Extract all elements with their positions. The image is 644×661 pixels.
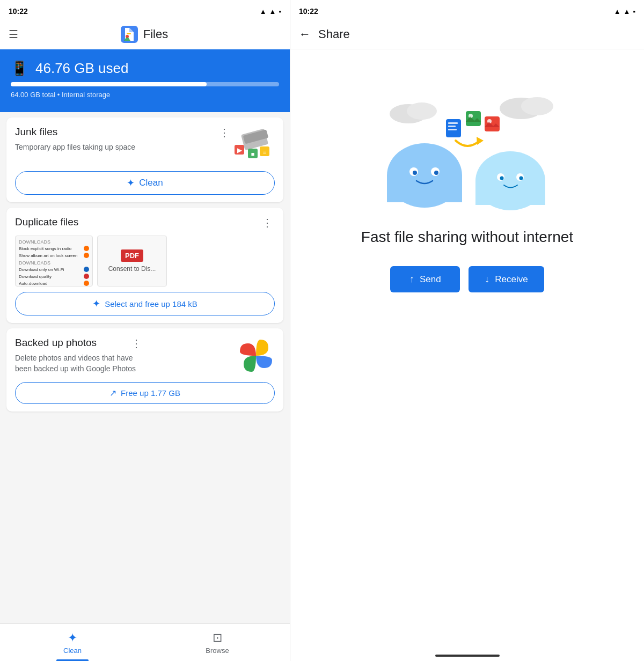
storage-progress-fill xyxy=(11,82,207,86)
toggle-dot-3 xyxy=(84,267,89,272)
external-link-icon: ↗ xyxy=(109,388,116,398)
photos-card-header: Backed up photos ⋮ xyxy=(15,337,144,350)
share-top-bar: ← Share xyxy=(290,19,644,49)
junk-svg: ▶ ■ ≡ xyxy=(232,126,275,164)
clean-nav-label: Clean xyxy=(63,647,82,655)
svg-rect-25 xyxy=(475,181,545,205)
dup-thumbnails: DOWNLOADS Block explicit songs in radio … xyxy=(15,236,275,287)
toggle-dot-1 xyxy=(84,246,89,251)
pdf-label: Consent to Dis... xyxy=(108,265,156,273)
settings-row-5: Auto-download xyxy=(19,281,89,286)
junk-files-card: Junk files ⋮ Temporary app files taking … xyxy=(6,117,283,202)
photos-text: Backed up photos ⋮ Delete photos and vid… xyxy=(15,337,144,374)
settings-row-1: Block explicit songs in radio xyxy=(19,246,89,251)
pdf-thumbnail: PDF Consent to Dis... xyxy=(97,236,167,287)
svg-point-22 xyxy=(413,171,417,175)
settings-label-2: DOWNLOADS xyxy=(19,260,89,266)
svg-rect-33 xyxy=(448,129,457,130)
storage-banner: 📱 46.76 GB used 64.00 GB total • Interna… xyxy=(0,49,290,112)
sparkle-icon: ✦ xyxy=(127,177,135,189)
settings-label: DOWNLOADS xyxy=(19,239,89,245)
dup-title: Duplicate files xyxy=(15,216,78,228)
select-free-button[interactable]: ✦ Select and free up 184 kB xyxy=(15,292,275,315)
junk-title: Junk files xyxy=(15,126,57,138)
select-sparkle-icon: ✦ xyxy=(92,298,100,310)
svg-point-17 xyxy=(521,97,553,115)
svg-point-28 xyxy=(500,177,503,180)
clean-button[interactable]: ✦ Clean xyxy=(15,171,275,195)
right-signal-icon: ▲ xyxy=(624,8,631,16)
toggle-dot-2 xyxy=(84,253,89,258)
dup-more-button[interactable]: ⋮ xyxy=(260,216,275,229)
free-up-button[interactable]: ↗ Free up 1.77 GB xyxy=(15,382,275,404)
send-button[interactable]: ↑ Send xyxy=(390,266,460,292)
receive-button[interactable]: ↓ Receive xyxy=(469,266,544,292)
left-time: 10:22 xyxy=(9,7,28,16)
left-panel: 10:22 ▲ ▲ ▪ ☰ Files 📱 46.76 GB used xyxy=(0,0,290,661)
svg-rect-19 xyxy=(387,175,462,202)
duplicate-files-card: Duplicate files ⋮ DOWNLOADS Block explic… xyxy=(6,208,283,323)
back-button[interactable]: ← xyxy=(299,27,311,41)
settings-row-3: Download only on Wi-Fi xyxy=(19,267,89,272)
right-battery-icon: ▪ xyxy=(633,8,635,16)
settings-row-4: Download quality xyxy=(19,274,89,279)
share-tagline: Fast file sharing without internet xyxy=(361,227,573,247)
svg-rect-31 xyxy=(448,122,458,124)
right-status-icons: ▲ ▲ ▪ xyxy=(614,8,635,16)
signal-icon: ▲ xyxy=(269,8,276,16)
right-wifi-icon: ▲ xyxy=(614,8,621,16)
google-photos-icon xyxy=(237,337,275,374)
svg-rect-34 xyxy=(466,111,481,126)
storage-used: 📱 46.76 GB used xyxy=(11,60,279,77)
nav-browse[interactable]: ⊡ Browse xyxy=(145,624,290,661)
svg-text:≡: ≡ xyxy=(263,149,266,155)
clean-nav-icon: ✦ xyxy=(68,631,77,645)
app-title-area: Files xyxy=(27,26,262,43)
browse-nav-label: Browse xyxy=(206,647,229,655)
svg-point-15 xyxy=(407,102,437,120)
junk-more-button[interactable]: ⋮ xyxy=(217,126,232,139)
svg-point-23 xyxy=(434,171,438,175)
right-time: 10:22 xyxy=(299,7,318,16)
nav-clean[interactable]: ✦ Clean xyxy=(0,624,145,661)
photos-more-button[interactable]: ⋮ xyxy=(129,337,144,350)
menu-icon[interactable]: ☰ xyxy=(9,28,18,41)
toggle-dot-5 xyxy=(84,281,89,286)
wifi-icon: ▲ xyxy=(260,8,267,16)
junk-text: Junk files ⋮ Temporary app files taking … xyxy=(15,126,232,153)
svg-rect-36 xyxy=(485,116,500,131)
browse-nav-icon: ⊡ xyxy=(213,631,222,645)
phone-icon: 📱 xyxy=(11,60,28,77)
junk-card-header: Junk files ⋮ xyxy=(15,126,232,139)
right-status-bar: 10:22 ▲ ▲ ▪ xyxy=(290,0,644,19)
settings-row-2: Show album art on lock screen xyxy=(19,253,89,258)
left-status-icons: ▲ ▲ ▪ xyxy=(260,8,281,16)
svg-rect-5 xyxy=(127,33,131,34)
share-title: Share xyxy=(318,27,350,41)
svg-text:■: ■ xyxy=(251,151,255,157)
svg-rect-32 xyxy=(448,126,456,127)
svg-text:▶: ▶ xyxy=(237,146,243,154)
pdf-badge: PDF xyxy=(121,249,143,262)
share-svg xyxy=(365,82,569,210)
app-title: Files xyxy=(143,27,168,41)
settings-thumbnail: DOWNLOADS Block explicit songs in radio … xyxy=(15,236,93,287)
left-status-bar: 10:22 ▲ ▲ ▪ xyxy=(0,0,290,19)
svg-marker-38 xyxy=(477,137,484,145)
junk-content: Junk files ⋮ Temporary app files taking … xyxy=(15,126,275,164)
app-logo xyxy=(121,26,138,43)
battery-icon: ▪ xyxy=(279,8,281,16)
top-bar: ☰ Files xyxy=(0,19,290,49)
dup-card-header: Duplicate files ⋮ xyxy=(15,216,275,229)
cards-area: Junk files ⋮ Temporary app files taking … xyxy=(0,112,290,623)
share-content: Fast file sharing without internet ↑ Sen… xyxy=(290,49,644,650)
svg-rect-30 xyxy=(446,119,461,137)
junk-illustration: ▶ ■ ≡ xyxy=(232,126,275,164)
share-illustration xyxy=(365,82,569,210)
junk-subtitle: Temporary app files taking up space xyxy=(15,142,144,153)
bottom-nav: ✦ Clean ⊡ Browse xyxy=(0,623,290,661)
backed-up-photos-card: Backed up photos ⋮ Delete photos and vid… xyxy=(6,328,283,412)
home-indicator-right xyxy=(435,655,500,657)
photos-title: Backed up photos xyxy=(15,337,97,349)
right-panel: 10:22 ▲ ▲ ▪ ← Share xyxy=(290,0,644,661)
